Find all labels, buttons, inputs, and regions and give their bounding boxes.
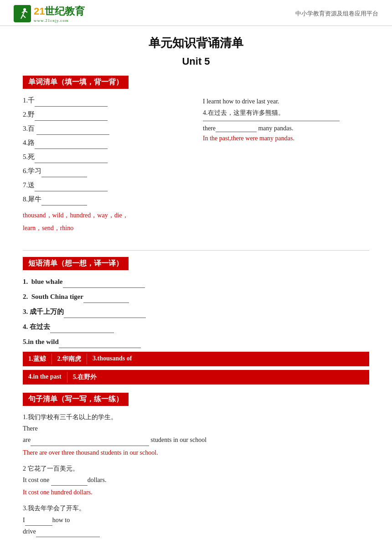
word-item: 8.犀牛 — [23, 193, 189, 205]
divider1 — [23, 250, 369, 251]
word-blank-8[interactable] — [41, 197, 87, 205]
phrase-answer-4: 4.in the past — [23, 372, 67, 383]
word-blank-4[interactable] — [35, 141, 108, 149]
phrase-blank-2[interactable] — [83, 295, 129, 303]
section1-body: 1.千 2.野 3.百 4.路 5.死 6.学习 7.送 8.犀牛 thousa… — [23, 94, 369, 242]
section1: 单词清单（填一填，背一背） 1.千 2.野 3.百 4.路 5.死 6.学习 7… — [23, 76, 369, 242]
svg-rect-0 — [14, 5, 31, 22]
word-item: 5.死 — [23, 151, 189, 163]
phrase-blank-3[interactable] — [64, 310, 146, 318]
sentence-blank-2a[interactable] — [51, 478, 88, 486]
sentence-blank-1a[interactable] — [31, 439, 149, 446]
header-slogan: 中小学教育资源及组卷应用平台 — [295, 10, 378, 18]
logo-icon — [14, 5, 31, 22]
sentence-blank-3a[interactable] — [25, 518, 52, 526]
sentence-en-2: It cost one dollars. — [23, 474, 369, 486]
sentence-item-1: 1.我们学校有三千名以上的学生。 There are students in o… — [23, 411, 369, 458]
there-text: there — [203, 125, 216, 132]
there-blank[interactable] — [216, 125, 257, 132]
unit-title: Unit 5 — [23, 56, 369, 67]
word-item: 4.路 — [23, 137, 189, 149]
phrase-item-4: 4. 在过去 — [23, 321, 369, 333]
phrase-answer-2: 2.华南虎 — [52, 354, 88, 364]
logo-21: 21 — [34, 5, 45, 17]
word-blank-3[interactable] — [36, 127, 109, 135]
phrase-item-1: 1. blue whale — [23, 276, 369, 288]
sentence-cn-2: 2 它花了一百美元。 — [23, 463, 369, 474]
section2: 短语清单（想一想，译一译） 1. blue whale 2. South Chi… — [23, 257, 369, 385]
sentence-answer-1: There are over three thousand students i… — [23, 447, 369, 458]
word-blank-6[interactable] — [41, 169, 87, 177]
logo-url: www.21cnjy.com — [34, 18, 85, 23]
word-blank-7[interactable] — [35, 183, 108, 191]
sentence-cn-3: 3.我去年学会了开车。 — [23, 503, 369, 514]
main-title: 单元知识背诵清单 — [23, 35, 369, 51]
answer-list-1: thousand，wild，hundred，way，die， learn，sen… — [23, 209, 189, 235]
sentence-en-3b: drive — [23, 526, 369, 537]
word-item: 1.千 — [23, 94, 189, 107]
sentence-item-3: 3.我去年学会了开车。 Ihow to drive — [23, 503, 369, 537]
logo-name: 21世纪教育 — [34, 5, 85, 18]
there-line: there many pandas. — [203, 125, 369, 132]
section2-header: 短语清单（想一想，译一译） — [23, 257, 129, 270]
word-item: 3.百 — [23, 123, 189, 135]
sentence-item-2: 2 它花了一百美元。 It cost one dollars. It cost … — [23, 463, 369, 498]
section1-left: 1.千 2.野 3.百 4.路 5.死 6.学习 7.送 8.犀牛 thousa… — [23, 94, 189, 242]
there-rest: many pandas. — [258, 125, 293, 132]
section3: 句子清单（写一写，练一练） 1.我们学校有三千名以上的学生。 There are… — [23, 393, 369, 537]
line-divider — [203, 121, 340, 121]
phrase-blank-4[interactable] — [50, 325, 114, 333]
logo-century: 世纪教育 — [45, 5, 85, 17]
phrase-item-5: 5.in the wild — [23, 336, 369, 348]
there-answer: In the past,there were many pandas. — [203, 135, 369, 142]
main-content: 单元知识背诵清单 Unit 5 单词清单（填一填，背一背） 1.千 2.野 3.… — [0, 26, 392, 554]
page-header: 21世纪教育 www.21cnjy.com 中小学教育资源及组卷应用平台 — [0, 0, 392, 26]
phrase-answer-block-1: 1.蓝鲸 2.华南虎 3.thousands of — [23, 352, 369, 366]
phrase-blank-5[interactable] — [59, 340, 141, 348]
sentence-answer-2: It cost one hundred dollars. — [23, 487, 369, 498]
phrase-item-2: 2. South China tiger — [23, 291, 369, 303]
word-blank-1[interactable] — [35, 98, 108, 107]
word-blank-5[interactable] — [35, 155, 108, 163]
phrase-blank-1[interactable] — [63, 280, 145, 288]
word-item: 7.送 — [23, 179, 189, 191]
word-item: 6.学习 — [23, 165, 189, 177]
sentence-en-3a: Ihow to — [23, 514, 369, 526]
word-item: 2.野 — [23, 108, 189, 121]
sentence-cn-1: 1.我们学校有三千名以上的学生。 — [23, 411, 369, 423]
sentence-rest-1: students in our school — [151, 436, 207, 443]
phrase-answer-block-2: 4.in the past 5.在野外 — [23, 370, 369, 385]
logo-text: 21世纪教育 www.21cnjy.com — [34, 5, 85, 23]
sentence-blank-3b[interactable] — [36, 530, 100, 537]
section1-right: I learnt how to drive last year. 4.在过去，这… — [203, 94, 369, 242]
svg-point-1 — [23, 8, 26, 11]
phrase-answer-5: 5.在野外 — [67, 372, 103, 383]
section2-phrases: 1. blue whale 2. South China tiger 3. 成千… — [23, 276, 369, 348]
phrase-item-3: 3. 成千上万的 — [23, 306, 369, 318]
phrase-answer-3: 3.thousands of — [87, 354, 137, 364]
sentence-en-1: There are students in our school — [23, 423, 369, 446]
right-sentence: I learnt how to drive last year. — [203, 98, 369, 105]
phrase-answer-1: 1.蓝鲸 — [23, 354, 52, 364]
section3-header: 句子清单（写一写，练一练） — [23, 393, 129, 406]
logo-area: 21世纪教育 www.21cnjy.com — [14, 5, 85, 23]
section1-header: 单词清单（填一填，背一背） — [23, 76, 129, 89]
word-blank-2[interactable] — [35, 113, 108, 121]
right-translation: 4.在过去，这里有许多熊猫。 — [203, 109, 369, 117]
